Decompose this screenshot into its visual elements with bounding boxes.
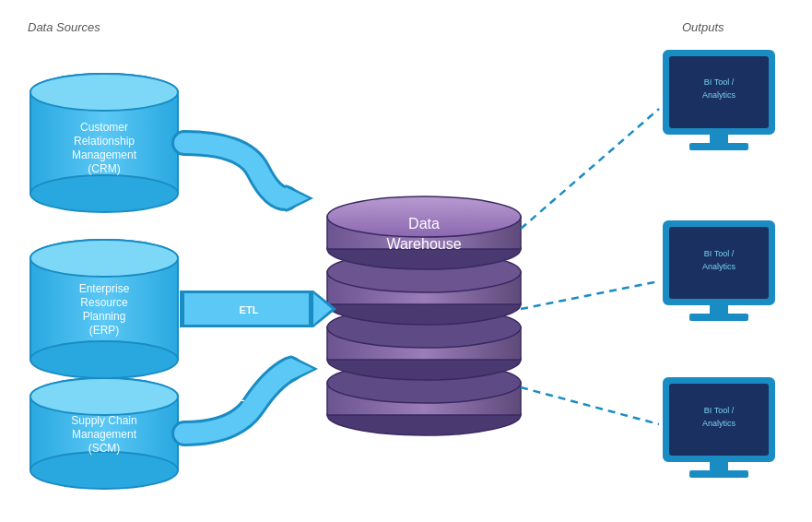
data-sources-label: Data Sources	[28, 20, 100, 34]
crm-source	[18, 60, 184, 208]
dashed-line-1	[512, 46, 677, 148]
outputs-label: Outputs	[682, 20, 724, 34]
diagram-container: Data Sources Outputs	[0, 0, 812, 522]
dashed-line-3	[512, 350, 677, 452]
scm-source	[18, 383, 184, 489]
etl-arrow-1	[180, 129, 336, 212]
data-warehouse	[323, 194, 525, 433]
etl-arrow-2	[177, 284, 343, 335]
dashed-line-2	[512, 231, 677, 304]
etl-arrow-3	[180, 346, 327, 447]
erp-source	[18, 235, 184, 378]
